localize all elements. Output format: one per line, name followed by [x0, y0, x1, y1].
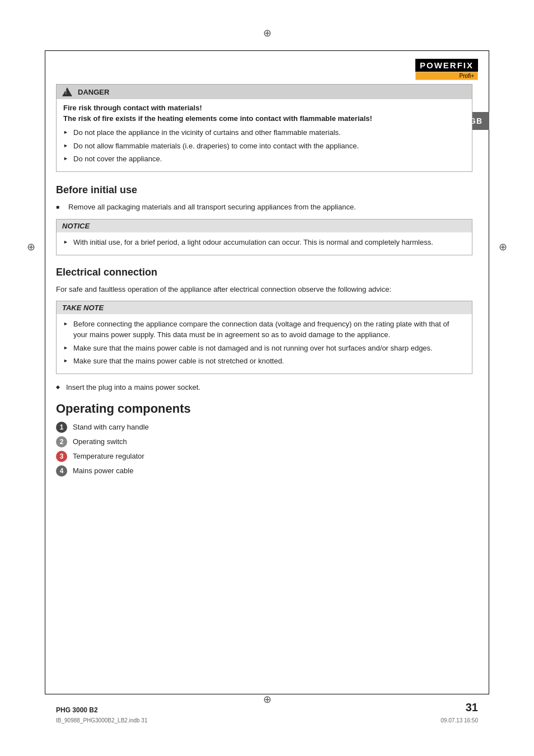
op-item-1: 1 Stand with carry handle	[56, 422, 472, 433]
danger-body: Fire risk through contact with materials…	[57, 99, 472, 171]
op-num-1: 1	[56, 422, 67, 433]
main-content: DANGER Fire risk through contact with ma…	[56, 84, 472, 483]
op-num-3: 3	[56, 451, 67, 462]
electrical-intro: For safe and faultless operation of the …	[56, 284, 472, 295]
danger-bullet-3: Do not cover the appliance.	[63, 153, 465, 165]
notice-box: NOTICE With initial use, for a brief per…	[56, 219, 472, 255]
takenote-header: TAKE NOTE	[57, 301, 472, 314]
takenote-bullet-3: Make sure that the mains power cable is …	[63, 356, 465, 367]
op-label-1: Stand with carry handle	[73, 422, 149, 433]
takenote-bullet-list: Before connecting the appliance compare …	[63, 319, 465, 367]
footer-date: 09.07.13 16:50	[441, 717, 478, 724]
logo-powerfix: POWERFIX	[415, 59, 478, 72]
notice-bullet-list: With initial use, for a brief period, a …	[63, 237, 465, 248]
danger-header-label: DANGER	[78, 88, 109, 96]
before-initial-use-heading: Before initial use	[56, 184, 472, 196]
border-right	[489, 50, 489, 694]
logo-profi: Profi+	[415, 72, 478, 80]
op-label-2: Operating switch	[73, 436, 127, 447]
reg-mark-bottom: ⊕	[263, 693, 271, 706]
takenote-body: Before connecting the appliance compare …	[57, 314, 472, 374]
takenote-bullet-1: Before connecting the appliance compare …	[63, 319, 465, 340]
operating-components-list: 1 Stand with carry handle 2 Operating sw…	[56, 422, 472, 477]
before-initial-list: Remove all packaging materials and all t…	[56, 202, 472, 213]
notice-header: NOTICE	[57, 220, 472, 232]
footer-model: PHG 3000 B2	[56, 706, 98, 714]
op-label-4: Mains power cable	[73, 465, 133, 477]
op-item-3: 3 Temperature regulator	[56, 451, 472, 462]
reg-mark-right: ⊕	[499, 241, 507, 253]
op-item-4: 4 Mains power cable	[56, 465, 472, 477]
electrical-connection-heading: Electrical connection	[56, 267, 472, 278]
reg-mark-top: ⊕	[263, 27, 271, 39]
danger-box: DANGER Fire risk through contact with ma…	[56, 84, 472, 172]
reg-mark-left: ⊕	[27, 241, 35, 253]
danger-subtitle: Fire risk through contact with materials…	[63, 104, 465, 112]
border-top	[45, 50, 489, 51]
before-initial-item: Remove all packaging materials and all t…	[56, 202, 472, 213]
danger-bullet-1: Do not place the appliance in the vicini…	[63, 127, 465, 138]
footer-page-number: 31	[466, 701, 478, 714]
takenote-bullet-2: Make sure that the mains power cable is …	[63, 343, 465, 354]
diamond-list: Insert the plug into a mains power socke…	[56, 382, 472, 393]
op-num-2: 2	[56, 436, 67, 447]
border-bottom	[45, 694, 489, 694]
notice-body: With initial use, for a brief period, a …	[57, 232, 472, 255]
op-label-3: Temperature regulator	[73, 451, 144, 462]
operating-components-heading: Operating components	[56, 402, 472, 416]
logo-area: POWERFIX Profi+	[415, 59, 478, 80]
op-item-2: 2 Operating switch	[56, 436, 472, 447]
op-num-4: 4	[56, 465, 67, 477]
danger-subtitle2: The risk of fire exists if the heating e…	[63, 114, 465, 123]
footer-small: IB_90988_PHG3000B2_LB2.indb 31 09.07.13 …	[56, 717, 478, 724]
danger-triangle-icon	[62, 87, 72, 96]
diamond-bullet-1: Insert the plug into a mains power socke…	[56, 382, 472, 393]
footer-file: IB_90988_PHG3000B2_LB2.indb 31	[56, 717, 147, 724]
danger-header: DANGER	[57, 85, 472, 99]
takenote-box: TAKE NOTE Before connecting the applianc…	[56, 301, 472, 374]
notice-bullet-1: With initial use, for a brief period, a …	[63, 237, 465, 248]
border-left	[45, 50, 45, 694]
danger-bullet-list: Do not place the appliance in the vicini…	[63, 127, 465, 165]
page-wrapper: ⊕ ⊕ ⊕ ⊕ POWERFIX Profi+ GB DANGER Fire r…	[0, 0, 534, 756]
danger-bullet-2: Do not allow flammable materials (i.e. d…	[63, 141, 465, 152]
